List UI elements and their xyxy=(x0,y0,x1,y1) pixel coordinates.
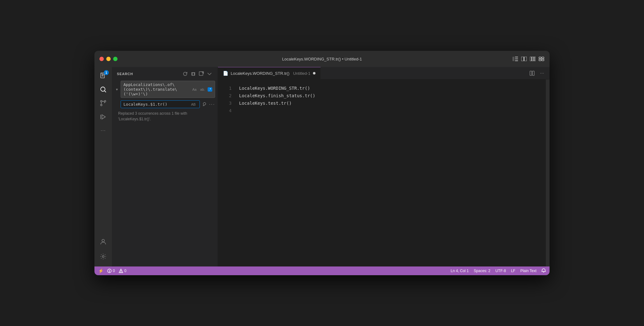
error-count: 0 xyxy=(113,269,115,273)
svg-point-24 xyxy=(102,256,104,257)
editor-scrollbar[interactable] xyxy=(546,79,550,266)
split-editor-icon[interactable] xyxy=(530,56,536,62)
code-line-2: LocaleKeys.finish_status.tr() xyxy=(237,92,546,99)
search-panel: SEARCH xyxy=(112,67,218,266)
branch-status-item[interactable]: ⚡ xyxy=(98,268,103,273)
activity-bottom xyxy=(97,235,109,264)
editor-layout-icon[interactable] xyxy=(521,56,527,62)
svg-rect-10 xyxy=(542,57,544,59)
tab-localkeys[interactable]: 📄 LocaleKeys.WORDING_STR.tr() Untitled-1 xyxy=(218,67,321,79)
code-line-1: LocaleKeys.WORDING_STR.tr() xyxy=(237,84,546,92)
open-new-search-button[interactable] xyxy=(198,71,204,77)
status-left: ⚡ 0 0 xyxy=(98,268,126,273)
svg-rect-9 xyxy=(539,57,541,59)
sidebar-header: SEARCH xyxy=(112,67,218,81)
svg-rect-32 xyxy=(530,71,532,75)
replace-action-button[interactable] xyxy=(201,101,208,108)
customize-layout-icon[interactable] xyxy=(538,56,545,62)
window-title: LocaleKeys.WORDING_STR.tr() • Untitled-1 xyxy=(282,57,362,61)
svg-point-18 xyxy=(101,101,102,102)
svg-line-17 xyxy=(105,91,106,93)
svg-point-23 xyxy=(102,239,104,242)
collapse-all-button[interactable] xyxy=(206,71,213,77)
svg-rect-33 xyxy=(532,71,534,75)
search-input[interactable]: AppLocalizations\.of\(context\)\.transla… xyxy=(123,82,190,96)
sidebar-item-accounts[interactable] xyxy=(97,235,109,248)
svg-point-31 xyxy=(203,103,206,105)
search-row: ▾ AppLocalizations\.of\(context\)\.trans… xyxy=(114,81,215,98)
svg-point-19 xyxy=(101,104,102,106)
vscode-window: LocaleKeys.WORDING_STR.tr() • Untitled-1 xyxy=(94,51,550,275)
replace-input[interactable]: LocaleKeys.$1.tr() xyxy=(123,102,189,107)
svg-rect-4 xyxy=(521,57,524,61)
sidebar-item-source-control[interactable] xyxy=(97,97,109,109)
svg-marker-21 xyxy=(102,115,105,119)
maximize-button[interactable] xyxy=(113,57,118,61)
svg-point-39 xyxy=(121,272,121,272)
code-editor: 1 2 3 4 LocaleKeys.WORDING_STR.tr() Loca… xyxy=(218,79,550,266)
sidebar-item-run-debug[interactable] xyxy=(97,111,109,123)
activity-bar: 1 · xyxy=(94,67,112,266)
notifications-icon[interactable] xyxy=(541,268,546,274)
replace-row: LocaleKeys.$1.tr() AB ··· xyxy=(114,100,215,108)
warning-count: 0 xyxy=(124,269,127,273)
cursor-position[interactable]: Ln 4, Col 1 xyxy=(451,269,469,273)
language-mode-item[interactable]: Plain Text xyxy=(520,269,536,273)
line-number-2: 2 xyxy=(218,92,232,99)
sidebar-item-settings[interactable] xyxy=(97,250,109,263)
sidebar-toggle-icon[interactable] xyxy=(512,56,518,62)
svg-rect-3 xyxy=(515,60,518,61)
sidebar-item-search[interactable] xyxy=(97,83,109,96)
match-whole-word-button[interactable]: ab. xyxy=(199,87,206,92)
tab-modified-dot xyxy=(313,72,315,74)
match-case-button[interactable]: Aa xyxy=(191,87,198,92)
sidebar-actions xyxy=(182,71,213,77)
branch-icon: ⚡ xyxy=(98,268,103,273)
line-number-4: 4 xyxy=(218,107,232,114)
result-message: Replaced 3 occurrences across 1 file wit… xyxy=(114,108,215,124)
replace-input-container: LocaleKeys.$1.tr() AB xyxy=(121,100,200,108)
warnings-status-item[interactable]: 0 xyxy=(119,269,127,273)
explorer-badge: 1 xyxy=(104,70,109,75)
line-number-1: 1 xyxy=(218,84,232,92)
svg-rect-7 xyxy=(532,57,534,61)
status-right: Ln 4, Col 1 Spaces: 2 UTF-8 LF Plain Tex… xyxy=(451,268,546,274)
line-number-3: 3 xyxy=(218,99,232,107)
sidebar-title: SEARCH xyxy=(117,72,133,76)
svg-rect-1 xyxy=(515,57,518,57)
svg-point-36 xyxy=(109,271,109,272)
minimize-button[interactable] xyxy=(106,57,111,61)
collapse-search-button[interactable]: ▾ xyxy=(114,87,119,92)
code-content[interactable]: LocaleKeys.WORDING_STR.tr() LocaleKeys.f… xyxy=(237,79,546,266)
more-tab-actions-button[interactable]: ··· xyxy=(538,70,546,77)
tab-actions: ··· xyxy=(528,70,550,77)
search-badges: Aa ab. .* xyxy=(191,87,212,92)
errors-status-item[interactable]: 0 xyxy=(107,269,115,273)
encoding-item[interactable]: UTF-8 xyxy=(495,269,506,273)
svg-rect-2 xyxy=(515,59,518,59)
svg-line-30 xyxy=(202,72,204,74)
editor-area: 📄 LocaleKeys.WORDING_STR.tr() Untitled-1 xyxy=(218,67,550,266)
svg-rect-5 xyxy=(524,57,527,61)
more-replace-actions-button[interactable]: ··· xyxy=(209,102,215,107)
use-regex-button[interactable]: .* xyxy=(208,87,212,92)
tab-bar: 📄 LocaleKeys.WORDING_STR.tr() Untitled-1 xyxy=(218,67,550,79)
sidebar-item-explorer[interactable]: 1 xyxy=(97,70,109,82)
traffic-lights xyxy=(99,57,118,61)
titlebar-actions xyxy=(512,56,545,62)
tab-file-icon: 📄 xyxy=(223,71,228,76)
sidebar-item-more[interactable]: ··· xyxy=(97,124,109,137)
refresh-results-button[interactable] xyxy=(182,71,188,77)
svg-rect-11 xyxy=(539,59,541,61)
clear-results-button[interactable] xyxy=(190,71,196,77)
status-bar: ⚡ 0 0 Ln 4, Col 1 Spaces: xyxy=(94,266,550,275)
svg-rect-12 xyxy=(542,59,544,61)
svg-rect-8 xyxy=(534,57,536,61)
search-section: ▾ AppLocalizations\.of\(context\)\.trans… xyxy=(112,81,218,127)
split-editor-right-button[interactable] xyxy=(528,70,536,77)
spaces-item[interactable]: Spaces: 2 xyxy=(474,269,490,273)
titlebar: LocaleKeys.WORDING_STR.tr() • Untitled-1 xyxy=(94,51,550,67)
line-ending-item[interactable]: LF xyxy=(511,269,515,273)
close-button[interactable] xyxy=(99,57,104,61)
main-area: 1 · xyxy=(94,67,550,266)
